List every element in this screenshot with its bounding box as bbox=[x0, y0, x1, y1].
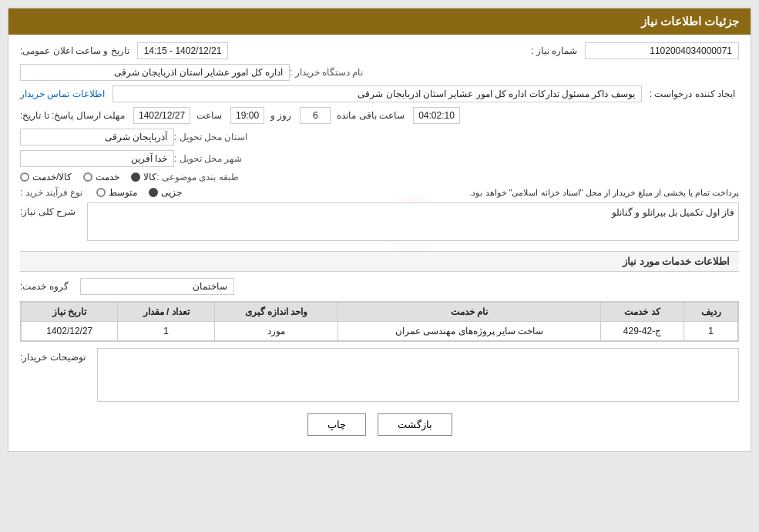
process-partial-option: جزیی bbox=[149, 187, 182, 198]
radio-dot-service bbox=[83, 172, 92, 182]
buyer-notes-row: توضیحات خریدار: bbox=[20, 348, 739, 402]
service-group-label: گروه خدمت: bbox=[20, 281, 69, 292]
services-table: ردیف کد خدمت نام خدمت واحد اندازه گیری ت… bbox=[21, 302, 738, 341]
need-description-label: شرح کلی نیاز: bbox=[20, 206, 76, 217]
table-row: 1 ج-42-429 ساخت سایر پروژه‌های مهندسی عم… bbox=[22, 322, 738, 341]
province-label: استان محل تحویل : bbox=[174, 132, 247, 142]
cell-code: ج-42-429 bbox=[601, 322, 684, 341]
radio-dot-goods bbox=[131, 172, 140, 182]
announce-date-label: تاریخ و ساعت اعلان عمومی: bbox=[20, 45, 129, 56]
process-medium-option: متوسط bbox=[96, 187, 137, 198]
cell-date: 1402/12/27 bbox=[22, 322, 118, 341]
deadline-days: 6 bbox=[300, 107, 331, 124]
cell-qty: 1 bbox=[118, 322, 214, 341]
contact-link[interactable]: اطلاعات تماس خریدار bbox=[20, 89, 105, 99]
announce-date-value: 1402/12/21 - 14:15 bbox=[137, 42, 229, 59]
cell-row: 1 bbox=[684, 322, 738, 341]
radio-dot-medium bbox=[96, 188, 106, 197]
deadline-time-label: ساعت bbox=[196, 110, 222, 121]
col-header-date: تاریخ نیاز bbox=[22, 303, 118, 322]
remaining-label: ساعت باقی مانده bbox=[337, 110, 405, 121]
need-number-value: 1102004034000071 bbox=[585, 42, 739, 59]
buyer-org-value: اداره کل امور عشایر استان اذربایجان شرقی bbox=[20, 64, 290, 81]
col-header-name: نام خدمت bbox=[338, 303, 601, 322]
action-buttons-row: بازگشت چاپ bbox=[20, 413, 739, 436]
category-radio-group: کالا/خدمت خدمت کالا bbox=[20, 172, 156, 182]
category-goods-service-option: کالا/خدمت bbox=[20, 172, 72, 182]
col-header-unit: واحد اندازه گیری bbox=[214, 303, 338, 322]
city-value: خدا آفرین bbox=[20, 150, 174, 167]
radio-dot-goods-service bbox=[20, 172, 29, 182]
cell-unit: مورد bbox=[214, 322, 338, 341]
need-description-box: فاز اول تکمیل بل بیرانلو و گنانلو bbox=[87, 202, 739, 241]
service-group-value: ساختمان bbox=[80, 278, 234, 295]
requester-label: ایجاد کننده درخواست : bbox=[650, 89, 735, 99]
buyer-notes-label: توضیحات خریدار: bbox=[20, 352, 86, 363]
process-label: نوع فرآیند خرید : bbox=[20, 187, 82, 198]
process-note: پرداخت تمام یا بخشی از مبلغ خریدار از مح… bbox=[190, 188, 739, 198]
deadline-date: 1402/12/27 bbox=[133, 107, 190, 124]
col-header-code: کد خدمت bbox=[601, 303, 684, 322]
remaining-time: 04:02:10 bbox=[413, 107, 460, 124]
deadline-days-label: روز و bbox=[270, 110, 291, 121]
col-header-qty: تعداد / مقدار bbox=[118, 303, 214, 322]
buyer-org-label: نام دستگاه خریدار : bbox=[290, 67, 363, 78]
print-button[interactable]: چاپ bbox=[307, 413, 366, 436]
services-table-container: ردیف کد خدمت نام خدمت واحد اندازه گیری ت… bbox=[20, 301, 739, 342]
category-service-option: خدمت bbox=[83, 172, 119, 182]
requester-value: یوسف ذاکر مسئول تدارکات اداره کل امور عش… bbox=[113, 85, 642, 102]
buyer-notes-textarea[interactable] bbox=[97, 348, 739, 402]
services-section-title: اطلاعات خدمات مورد نیاز bbox=[20, 251, 739, 272]
category-goods-option: کالا bbox=[131, 172, 156, 182]
radio-dot-partial bbox=[149, 188, 158, 197]
process-radio-group: متوسط جزیی bbox=[96, 187, 182, 198]
back-button[interactable]: بازگشت bbox=[378, 413, 452, 436]
col-header-row: ردیف bbox=[684, 303, 738, 322]
deadline-time: 19:00 bbox=[230, 107, 264, 124]
deadline-label: مهلت ارسال پاسخ: تا تاریخ: bbox=[20, 110, 125, 121]
page-title: جزئیات اطلاعات نیاز bbox=[8, 8, 751, 35]
province-value: آذربایجان شرقی bbox=[20, 129, 174, 146]
city-label: شهر محل تحویل : bbox=[174, 153, 242, 164]
need-number-label: شماره نیاز : bbox=[531, 45, 577, 56]
category-label: طبقه بندی موضوعی : bbox=[156, 172, 238, 182]
cell-name: ساخت سایر پروژه‌های مهندسی عمران bbox=[338, 322, 601, 341]
